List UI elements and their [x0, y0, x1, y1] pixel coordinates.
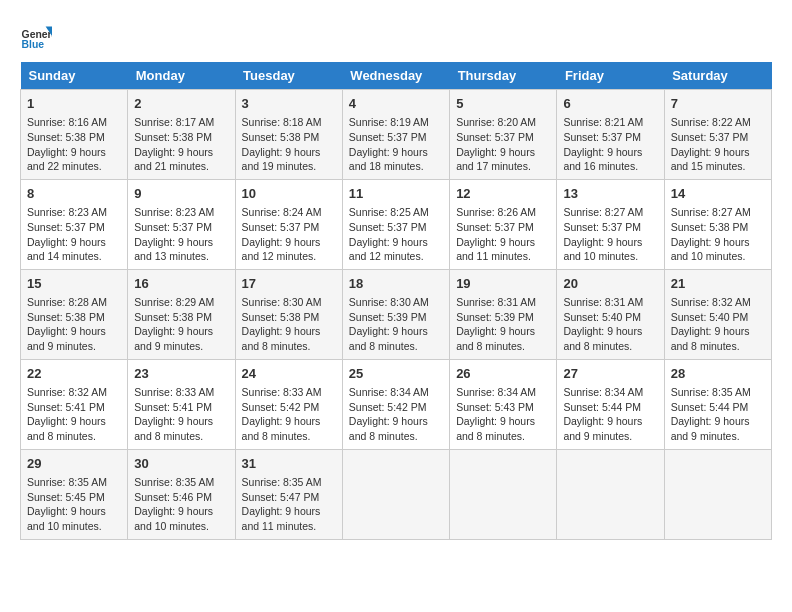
calendar-table: SundayMondayTuesdayWednesdayThursdayFrid… [20, 62, 772, 540]
day-info: Sunrise: 8:27 AM Sunset: 5:38 PM Dayligh… [671, 205, 765, 264]
day-info: Sunrise: 8:32 AM Sunset: 5:40 PM Dayligh… [671, 295, 765, 354]
day-number: 5 [456, 95, 550, 113]
calendar-cell: 11Sunrise: 8:25 AM Sunset: 5:37 PM Dayli… [342, 179, 449, 269]
day-info: Sunrise: 8:25 AM Sunset: 5:37 PM Dayligh… [349, 205, 443, 264]
calendar-cell: 4Sunrise: 8:19 AM Sunset: 5:37 PM Daylig… [342, 90, 449, 180]
weekday-header-thursday: Thursday [450, 62, 557, 90]
calendar-week-4: 22Sunrise: 8:32 AM Sunset: 5:41 PM Dayli… [21, 359, 772, 449]
day-info: Sunrise: 8:35 AM Sunset: 5:47 PM Dayligh… [242, 475, 336, 534]
day-info: Sunrise: 8:18 AM Sunset: 5:38 PM Dayligh… [242, 115, 336, 174]
day-info: Sunrise: 8:35 AM Sunset: 5:45 PM Dayligh… [27, 475, 121, 534]
calendar-cell: 12Sunrise: 8:26 AM Sunset: 5:37 PM Dayli… [450, 179, 557, 269]
day-info: Sunrise: 8:34 AM Sunset: 5:42 PM Dayligh… [349, 385, 443, 444]
calendar-cell: 24Sunrise: 8:33 AM Sunset: 5:42 PM Dayli… [235, 359, 342, 449]
day-number: 13 [563, 185, 657, 203]
calendar-cell: 10Sunrise: 8:24 AM Sunset: 5:37 PM Dayli… [235, 179, 342, 269]
day-number: 8 [27, 185, 121, 203]
day-number: 12 [456, 185, 550, 203]
calendar-cell: 2Sunrise: 8:17 AM Sunset: 5:38 PM Daylig… [128, 90, 235, 180]
day-info: Sunrise: 8:34 AM Sunset: 5:44 PM Dayligh… [563, 385, 657, 444]
day-number: 25 [349, 365, 443, 383]
day-info: Sunrise: 8:19 AM Sunset: 5:37 PM Dayligh… [349, 115, 443, 174]
calendar-cell: 9Sunrise: 8:23 AM Sunset: 5:37 PM Daylig… [128, 179, 235, 269]
calendar-cell: 1Sunrise: 8:16 AM Sunset: 5:38 PM Daylig… [21, 90, 128, 180]
calendar-cell: 30Sunrise: 8:35 AM Sunset: 5:46 PM Dayli… [128, 449, 235, 539]
day-info: Sunrise: 8:31 AM Sunset: 5:39 PM Dayligh… [456, 295, 550, 354]
day-info: Sunrise: 8:28 AM Sunset: 5:38 PM Dayligh… [27, 295, 121, 354]
weekday-header-sunday: Sunday [21, 62, 128, 90]
day-info: Sunrise: 8:20 AM Sunset: 5:37 PM Dayligh… [456, 115, 550, 174]
day-info: Sunrise: 8:35 AM Sunset: 5:46 PM Dayligh… [134, 475, 228, 534]
day-info: Sunrise: 8:33 AM Sunset: 5:41 PM Dayligh… [134, 385, 228, 444]
day-number: 27 [563, 365, 657, 383]
calendar-cell: 20Sunrise: 8:31 AM Sunset: 5:40 PM Dayli… [557, 269, 664, 359]
svg-text:Blue: Blue [22, 39, 45, 50]
day-info: Sunrise: 8:16 AM Sunset: 5:38 PM Dayligh… [27, 115, 121, 174]
day-number: 6 [563, 95, 657, 113]
day-info: Sunrise: 8:34 AM Sunset: 5:43 PM Dayligh… [456, 385, 550, 444]
day-number: 17 [242, 275, 336, 293]
weekday-header-friday: Friday [557, 62, 664, 90]
calendar-cell: 5Sunrise: 8:20 AM Sunset: 5:37 PM Daylig… [450, 90, 557, 180]
svg-text:General: General [22, 29, 52, 40]
day-number: 2 [134, 95, 228, 113]
weekday-header-tuesday: Tuesday [235, 62, 342, 90]
calendar-cell: 28Sunrise: 8:35 AM Sunset: 5:44 PM Dayli… [664, 359, 771, 449]
calendar-cell: 25Sunrise: 8:34 AM Sunset: 5:42 PM Dayli… [342, 359, 449, 449]
day-info: Sunrise: 8:27 AM Sunset: 5:37 PM Dayligh… [563, 205, 657, 264]
calendar-cell: 13Sunrise: 8:27 AM Sunset: 5:37 PM Dayli… [557, 179, 664, 269]
day-number: 7 [671, 95, 765, 113]
calendar-cell: 26Sunrise: 8:34 AM Sunset: 5:43 PM Dayli… [450, 359, 557, 449]
calendar-week-5: 29Sunrise: 8:35 AM Sunset: 5:45 PM Dayli… [21, 449, 772, 539]
day-number: 28 [671, 365, 765, 383]
day-info: Sunrise: 8:21 AM Sunset: 5:37 PM Dayligh… [563, 115, 657, 174]
day-info: Sunrise: 8:26 AM Sunset: 5:37 PM Dayligh… [456, 205, 550, 264]
day-number: 29 [27, 455, 121, 473]
day-number: 20 [563, 275, 657, 293]
calendar-cell: 17Sunrise: 8:30 AM Sunset: 5:38 PM Dayli… [235, 269, 342, 359]
calendar-cell: 29Sunrise: 8:35 AM Sunset: 5:45 PM Dayli… [21, 449, 128, 539]
day-number: 30 [134, 455, 228, 473]
day-info: Sunrise: 8:24 AM Sunset: 5:37 PM Dayligh… [242, 205, 336, 264]
weekday-header-wednesday: Wednesday [342, 62, 449, 90]
calendar-cell: 27Sunrise: 8:34 AM Sunset: 5:44 PM Dayli… [557, 359, 664, 449]
day-number: 14 [671, 185, 765, 203]
calendar-cell: 31Sunrise: 8:35 AM Sunset: 5:47 PM Dayli… [235, 449, 342, 539]
calendar-cell [450, 449, 557, 539]
calendar-cell [342, 449, 449, 539]
day-info: Sunrise: 8:29 AM Sunset: 5:38 PM Dayligh… [134, 295, 228, 354]
page-header: General Blue [20, 20, 772, 52]
calendar-cell: 3Sunrise: 8:18 AM Sunset: 5:38 PM Daylig… [235, 90, 342, 180]
day-number: 24 [242, 365, 336, 383]
logo: General Blue [20, 20, 52, 52]
calendar-cell: 22Sunrise: 8:32 AM Sunset: 5:41 PM Dayli… [21, 359, 128, 449]
calendar-cell: 14Sunrise: 8:27 AM Sunset: 5:38 PM Dayli… [664, 179, 771, 269]
calendar-cell: 16Sunrise: 8:29 AM Sunset: 5:38 PM Dayli… [128, 269, 235, 359]
day-info: Sunrise: 8:33 AM Sunset: 5:42 PM Dayligh… [242, 385, 336, 444]
day-number: 15 [27, 275, 121, 293]
calendar-cell: 8Sunrise: 8:23 AM Sunset: 5:37 PM Daylig… [21, 179, 128, 269]
calendar-cell: 7Sunrise: 8:22 AM Sunset: 5:37 PM Daylig… [664, 90, 771, 180]
day-info: Sunrise: 8:35 AM Sunset: 5:44 PM Dayligh… [671, 385, 765, 444]
weekday-header-row: SundayMondayTuesdayWednesdayThursdayFrid… [21, 62, 772, 90]
day-number: 23 [134, 365, 228, 383]
day-info: Sunrise: 8:22 AM Sunset: 5:37 PM Dayligh… [671, 115, 765, 174]
day-info: Sunrise: 8:30 AM Sunset: 5:39 PM Dayligh… [349, 295, 443, 354]
day-number: 10 [242, 185, 336, 203]
day-number: 11 [349, 185, 443, 203]
day-number: 19 [456, 275, 550, 293]
day-number: 9 [134, 185, 228, 203]
calendar-cell: 15Sunrise: 8:28 AM Sunset: 5:38 PM Dayli… [21, 269, 128, 359]
day-info: Sunrise: 8:30 AM Sunset: 5:38 PM Dayligh… [242, 295, 336, 354]
day-info: Sunrise: 8:23 AM Sunset: 5:37 PM Dayligh… [134, 205, 228, 264]
calendar-cell: 23Sunrise: 8:33 AM Sunset: 5:41 PM Dayli… [128, 359, 235, 449]
logo-icon: General Blue [20, 20, 52, 52]
day-number: 4 [349, 95, 443, 113]
calendar-cell: 19Sunrise: 8:31 AM Sunset: 5:39 PM Dayli… [450, 269, 557, 359]
day-info: Sunrise: 8:23 AM Sunset: 5:37 PM Dayligh… [27, 205, 121, 264]
calendar-cell: 18Sunrise: 8:30 AM Sunset: 5:39 PM Dayli… [342, 269, 449, 359]
calendar-cell: 6Sunrise: 8:21 AM Sunset: 5:37 PM Daylig… [557, 90, 664, 180]
day-number: 31 [242, 455, 336, 473]
calendar-week-2: 8Sunrise: 8:23 AM Sunset: 5:37 PM Daylig… [21, 179, 772, 269]
calendar-cell: 21Sunrise: 8:32 AM Sunset: 5:40 PM Dayli… [664, 269, 771, 359]
